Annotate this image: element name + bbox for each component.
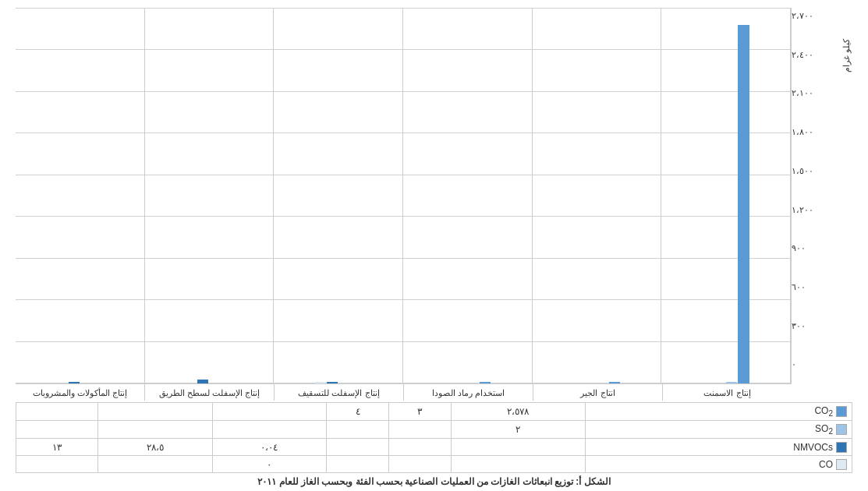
cell-nmvocs-lime <box>389 439 452 456</box>
chart-area: إنتاج الاسمنتانتاج الجیراستخدام رماد الص… <box>16 8 792 401</box>
data-table: CO2٢،٥٧٨٣٤SO2٢NMVOCs٠،٠٤٢٨،٥١٣CO٠ <box>16 402 852 473</box>
cell-so2-cement: ٢ <box>451 420 585 438</box>
bar-co-asphalt_roof <box>315 382 326 383</box>
x-label-asphalt_road: إنتاج الإسفلت لسطح الطریق <box>145 384 275 400</box>
cell-so2-asphalt_road <box>97 420 212 438</box>
table-row-co2: CO2٢،٥٧٨٣٤ <box>16 402 852 420</box>
cell-co-asphalt_roof: ٠ <box>212 456 327 473</box>
legend-label-nmvocs: NMVOCs <box>793 442 833 453</box>
legend-label-co: CO <box>819 459 833 470</box>
y-axis-label: ١،٥٠٠ <box>792 167 813 175</box>
cell-nmvocs-asphalt_roof: ٠،٠٤ <box>212 439 327 456</box>
legend-swatch-co2 <box>836 406 847 417</box>
legend-swatch-co <box>836 459 847 470</box>
y-axis-label: ٢،٧٠٠ <box>792 12 813 20</box>
legend-td-co: CO <box>585 456 852 473</box>
bar-co2-soda_ash <box>480 382 491 383</box>
chart-container: كيلو غرام ٢،٧٠٠٢،٤٠٠٢،١٠٠١،٨٠٠١،٥٠٠١،٢٠٠… <box>16 8 852 401</box>
cell-nmvocs-soda_ash <box>327 439 389 456</box>
bars-group <box>56 8 103 383</box>
y-axis-label: ٢،١٠٠ <box>792 89 813 97</box>
cell-so2-lime <box>389 420 452 438</box>
cell-co2-asphalt_road <box>97 402 212 420</box>
category-group-food <box>16 8 145 383</box>
legend-swatch-so2 <box>836 424 847 435</box>
y-axis-label: ٠ <box>792 360 796 369</box>
cell-nmvocs-cement <box>451 439 585 456</box>
category-group-cement <box>661 8 791 383</box>
chart-caption: الشكل أ: توزيع انبعاثات الغازات من العمل… <box>257 476 610 487</box>
cell-co-food <box>16 456 98 473</box>
category-group-lime <box>533 8 662 383</box>
x-label-lime: انتاج الجیر <box>533 384 663 400</box>
legend-swatch-nmvocs <box>836 442 847 453</box>
table-row-nmvocs: NMVOCs٠،٠٤٢٨،٥١٣ <box>16 439 852 456</box>
bar-co2-cement <box>738 25 749 383</box>
y-axis: ٢،٧٠٠٢،٤٠٠٢،١٠٠١،٨٠٠١،٥٠٠١،٢٠٠٩٠٠٦٠٠٣٠٠٠ <box>792 8 838 401</box>
category-group-soda_ash <box>403 8 533 383</box>
cell-co2-cement: ٢،٥٧٨ <box>451 402 585 420</box>
y-axis-label: ٣٠٠ <box>792 322 806 330</box>
y-axis-label: ٦٠٠ <box>792 283 806 291</box>
cell-so2-asphalt_roof <box>212 420 327 438</box>
category-group-asphalt_roof <box>274 8 403 383</box>
cell-co2-asphalt_roof <box>212 402 327 420</box>
x-label-cement: إنتاج الاسمنت <box>663 384 792 400</box>
cell-co-soda_ash <box>327 456 389 473</box>
cell-so2-food <box>16 420 98 438</box>
category-group-asphalt_road <box>145 8 275 383</box>
y-axis-label: ١،٨٠٠ <box>792 128 813 136</box>
bars-group <box>573 8 620 383</box>
y-axis-title: كيلو غرام <box>838 8 852 401</box>
cell-nmvocs-asphalt_road: ٢٨،٥ <box>97 439 212 456</box>
x-label-soda_ash: استخدام رماد الصودا <box>404 384 533 400</box>
x-label-asphalt_roof: إنتاج الإسفلت للتسقیف <box>275 384 404 400</box>
bar-nmvocs-asphalt_road <box>197 380 208 383</box>
cell-co2-food <box>16 402 98 420</box>
cell-co2-soda_ash: ٤ <box>327 402 389 420</box>
cell-co-cement <box>451 456 585 473</box>
legend-td-nmvocs: NMVOCs <box>585 439 852 456</box>
y-axis-label: ٢،٤٠٠ <box>792 51 813 59</box>
bars-group <box>315 8 362 383</box>
legend-td-so2: SO2 <box>585 420 852 438</box>
bar-nmvocs-food <box>69 382 80 383</box>
legend-td-co2: CO2 <box>585 402 852 420</box>
bars-group <box>703 8 749 383</box>
cell-co-asphalt_road <box>97 456 212 473</box>
cell-co2-lime: ٣ <box>389 402 452 420</box>
table-row-so2: SO2٢ <box>16 420 852 438</box>
bar-so2-cement <box>726 382 737 383</box>
cell-co-lime <box>389 456 452 473</box>
bars-area <box>16 8 792 384</box>
table-row-co: CO٠ <box>16 456 852 473</box>
y-axis-label: ٩٠٠ <box>792 244 806 253</box>
y-axis-label: ١،٢٠٠ <box>792 206 813 214</box>
bar-nmvocs-asphalt_roof <box>327 382 338 383</box>
bar-co2-lime <box>609 382 620 383</box>
x-labels: إنتاج الاسمنتانتاج الجیراستخدام رماد الص… <box>16 384 792 400</box>
x-label-food: إنتاج المأكولات والمشروبات <box>16 384 145 400</box>
cell-nmvocs-food: ١٣ <box>16 439 98 456</box>
cell-so2-soda_ash <box>327 420 389 438</box>
bars-group <box>444 8 491 383</box>
legend-label-so2: SO2 <box>815 423 833 434</box>
legend-label-co2: CO2 <box>814 405 833 416</box>
bars-group <box>186 8 232 383</box>
